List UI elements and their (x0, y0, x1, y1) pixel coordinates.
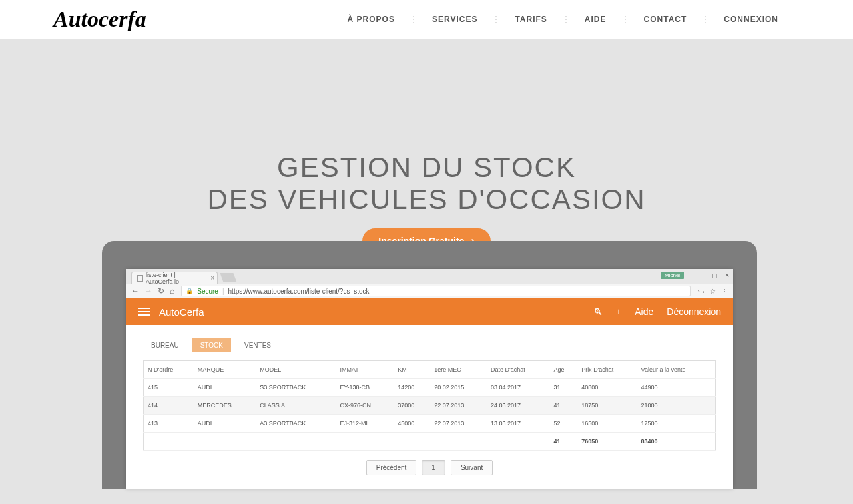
th-dateachat[interactable]: Date D'achat (487, 361, 550, 379)
table-cell: CX-976-CN (336, 397, 394, 415)
table-cell: S3 SPORTBACK (256, 379, 336, 397)
table-cell: 37000 (394, 397, 430, 415)
table-cell: 31 (550, 379, 578, 397)
search-icon[interactable]: 🔍︎ (593, 306, 603, 317)
tab-stock[interactable]: STOCK (192, 338, 231, 352)
table-cell: 414 (144, 397, 194, 415)
nav-separator: ⋮ (621, 15, 629, 24)
close-window-icon[interactable]: × (725, 272, 729, 279)
th-age[interactable]: Age (550, 361, 578, 379)
close-icon[interactable]: × (210, 274, 214, 282)
nav-contact[interactable]: CONTACT (629, 15, 702, 24)
window-controls: Michel — ◻ × (661, 272, 729, 279)
table-cell: A3 SPORTBACK (256, 415, 336, 433)
th-model[interactable]: MODEL (256, 361, 336, 379)
logo[interactable]: Autocerfa (53, 7, 146, 32)
url-text: https://www.autocerfa.com/liste-client/?… (228, 288, 370, 295)
minimize-icon[interactable]: — (697, 272, 704, 279)
tab-title: liste-client | AutoCerfa lo (146, 272, 202, 285)
browser-tab-strip: liste-client | AutoCerfa lo × Michel — ◻… (126, 269, 733, 284)
next-button[interactable]: Suivant (451, 460, 493, 475)
table-cell: 24 03 2017 (487, 397, 550, 415)
reload-icon[interactable]: ↻ (158, 286, 164, 296)
browser-user-badge[interactable]: Michel (661, 272, 684, 279)
app-viewport: AutoCerfa 🔍︎ + Aide Déconnexion BUREAU S… (126, 298, 733, 489)
secure-label: Secure (197, 288, 218, 295)
tab-bureau[interactable]: BUREAU (143, 338, 187, 352)
new-tab-button[interactable] (220, 273, 236, 282)
hero-title: GESTION DU STOCK DES VEHICULES D'OCCASIO… (0, 152, 853, 216)
total-prix: 76050 (577, 433, 637, 451)
table-cell: EJ-312-ML (336, 415, 394, 433)
table-row[interactable]: 413AUDIA3 SPORTBACKEJ-312-ML4500022 07 2… (144, 415, 716, 433)
star-icon[interactable]: ☆ (710, 288, 716, 295)
nav-separator: ⋮ (701, 15, 709, 24)
th-km[interactable]: KM (394, 361, 430, 379)
table-cell: 413 (144, 415, 194, 433)
table-cell: 22 07 2013 (430, 415, 487, 433)
table-cell: 45000 (394, 415, 430, 433)
app-title: AutoCerfa (159, 306, 584, 318)
deconnexion-link[interactable]: Déconnexion (667, 306, 721, 317)
menu-icon[interactable]: ⋮ (721, 288, 728, 295)
tab-ventes[interactable]: VENTES (236, 338, 279, 352)
table-cell: 415 (144, 379, 194, 397)
aide-link[interactable]: Aide (635, 306, 653, 317)
total-age: 41 (550, 433, 578, 451)
browser-tab[interactable]: liste-client | AutoCerfa lo × (131, 272, 218, 284)
table-cell: MERCEDES (194, 397, 256, 415)
hamburger-icon[interactable] (138, 308, 150, 316)
th-marque[interactable]: MARQUE (194, 361, 256, 379)
table-cell: CLASS A (256, 397, 336, 415)
app-header: AutoCerfa 🔍︎ + Aide Déconnexion (126, 298, 733, 325)
table-cell: 40800 (577, 379, 637, 397)
address-bar[interactable]: 🔒 Secure | https://www.autocerfa.com/lis… (181, 286, 691, 296)
th-prix[interactable]: Prix D'achat (577, 361, 637, 379)
site-header: Autocerfa À PROPOS⋮ SERVICES⋮ TARIFS⋮ AI… (0, 0, 853, 39)
forward-icon[interactable]: → (144, 286, 152, 296)
lock-icon: 🔒 (186, 288, 193, 294)
table-cell: 03 04 2017 (487, 379, 550, 397)
hero-line2: DES VEHICULES D'OCCASION (207, 184, 645, 215)
prev-button[interactable]: Précédent (366, 460, 417, 475)
stock-table: N D'ordre MARQUE MODEL IMMAT KM 1ere MEC… (143, 360, 716, 451)
nav-tarifs[interactable]: TARIFS (500, 15, 561, 24)
tab-bar: BUREAU STOCK VENTES (143, 338, 716, 352)
table-cell: 52 (550, 415, 578, 433)
plus-icon[interactable]: + (616, 306, 621, 317)
table-cell: 21000 (637, 397, 716, 415)
nav-connexion[interactable]: CONNEXION (709, 15, 793, 24)
table-cell: 20 02 2015 (430, 379, 487, 397)
pagination: Précédent 1 Suivant (143, 460, 716, 475)
nav-separator: ⋮ (410, 15, 418, 24)
app-body: BUREAU STOCK VENTES N D'ordre MARQUE MOD… (126, 325, 733, 489)
maximize-icon[interactable]: ◻ (712, 272, 717, 279)
table-cell: AUDI (194, 415, 256, 433)
nav-apropos[interactable]: À PROPOS (333, 15, 410, 24)
table-cell: 22 07 2013 (430, 397, 487, 415)
th-mec[interactable]: 1ere MEC (430, 361, 487, 379)
back-icon[interactable]: ← (131, 286, 139, 296)
table-cell: 13 03 2017 (487, 415, 550, 433)
page-1-button[interactable]: 1 (422, 460, 445, 475)
translate-icon[interactable]: ⮑ (697, 287, 705, 295)
th-ordre[interactable]: N D'ordre (144, 361, 194, 379)
browser-window: liste-client | AutoCerfa lo × Michel — ◻… (126, 269, 733, 489)
nav-services[interactable]: SERVICES (418, 15, 492, 24)
table-cell: 44900 (637, 379, 716, 397)
th-valeur[interactable]: Valeur a la vente (637, 361, 716, 379)
table-cell: 41 (550, 397, 578, 415)
th-immat[interactable]: IMMAT (336, 361, 394, 379)
table-cell: 18750 (577, 397, 637, 415)
nav-aide[interactable]: AIDE (570, 15, 621, 24)
table-row[interactable]: 414MERCEDESCLASS ACX-976-CN3700022 07 20… (144, 397, 716, 415)
hero-section: GESTION DU STOCK DES VEHICULES D'OCCASIO… (0, 152, 853, 254)
table-cell: 16500 (577, 415, 637, 433)
nav-separator: ⋮ (492, 15, 500, 24)
table-header-row: N D'ordre MARQUE MODEL IMMAT KM 1ere MEC… (144, 361, 716, 379)
main-nav: À PROPOS⋮ SERVICES⋮ TARIFS⋮ AIDE⋮ CONTAC… (333, 15, 793, 24)
table-row[interactable]: 415AUDIS3 SPORTBACKEY-138-CB1420020 02 2… (144, 379, 716, 397)
hero-line1: GESTION DU STOCK (277, 152, 576, 183)
nav-separator: ⋮ (562, 15, 570, 24)
home-icon[interactable]: ⌂ (170, 286, 174, 296)
